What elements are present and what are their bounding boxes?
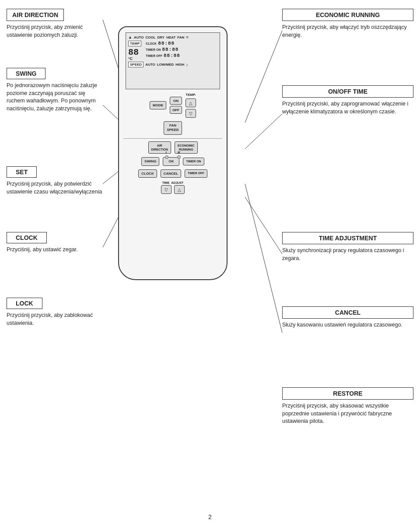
swing-section: SWING Po jednorazowym naciśnięciu żaluzj… <box>7 68 103 112</box>
restore-title: RESTORE <box>282 387 413 400</box>
air-direction-text: Przyciśnij przycisk, aby zmienić ustawie… <box>7 24 103 39</box>
triangle-icon: ▲ <box>128 35 132 39</box>
time-adjustment-section: TIME ADJUSTMENT Służy synchronizacji pra… <box>282 232 413 262</box>
svg-line-5 <box>245 114 282 149</box>
time-down-button[interactable]: ▽ <box>161 185 172 194</box>
air-direction-title: AIR DIRECTION <box>7 9 64 21</box>
onoff-time-section: ON/OFF TIME Przyciśnij przyciski, aby za… <box>282 85 413 116</box>
clock-screen-label: CLOCK <box>146 42 157 45</box>
cancel-button[interactable]: CANCEL <box>161 169 181 178</box>
cancel-title: CANCEL <box>282 306 413 319</box>
time-adjust-arrows: ▽ △ <box>161 185 185 194</box>
leds-area: L R <box>165 151 181 159</box>
speed-low-med: LOW/MED <box>157 63 174 67</box>
remote-control: ▲ AUTO COOL DRY HEAT FAN ≡ TEMP 88 °C <box>105 26 241 298</box>
time-adjustment-title: TIME ADJUSTMENT <box>282 232 413 244</box>
on-button[interactable]: ON <box>170 97 182 105</box>
button-row-1: MODE ON OFF TEMP. △ ▽ <box>123 93 222 118</box>
clock-section: CLOCK Przyciśnij, aby ustawić zegar. <box>7 232 103 254</box>
set-text: Przyciśnij przycisk, aby potwierdzić ust… <box>7 180 103 196</box>
svg-line-4 <box>245 31 282 123</box>
temp-down-button[interactable]: ▽ <box>186 109 196 118</box>
temp-buttons: TEMP. △ ▽ <box>186 93 196 118</box>
eco-icon: ≡ <box>186 35 188 39</box>
set-section: SET Przyciśnij przycisk, aby potwierdzić… <box>7 166 103 196</box>
timer-on-screen-label: TIMER ON <box>146 48 161 51</box>
led-l-label: L <box>166 151 168 155</box>
time-up-button[interactable]: △ <box>174 185 185 194</box>
time-label: TIME <box>162 181 170 184</box>
time-adjust-labels: TIME ADJUST <box>162 181 184 184</box>
fan-mode: FAN <box>177 35 184 39</box>
economic-running-title: ECONOMIC RUNNING <box>282 9 413 21</box>
off-button[interactable]: OFF <box>170 106 182 114</box>
fan-speed-button[interactable]: FAN SPEED <box>164 121 182 135</box>
speed-high: HIGH <box>175 63 184 67</box>
remote-screen: ▲ AUTO COOL DRY HEAT FAN ≡ TEMP 88 °C <box>126 32 220 89</box>
temp-btn-label: TEMP. <box>186 93 196 97</box>
restore-text: Przyciśnij przycisk, aby skasować wszyst… <box>282 402 413 425</box>
timer-off-display: 88:88 <box>164 53 180 58</box>
led-l-group: L <box>165 151 168 159</box>
timer-off-button[interactable]: TIMER OFF <box>185 169 207 177</box>
economic-running-section: ECONOMIC RUNNING Przyciśnij przycisk, ab… <box>282 9 413 39</box>
temp-up-button[interactable]: △ <box>186 98 196 107</box>
remote-body: ▲ AUTO COOL DRY HEAT FAN ≡ TEMP 88 °C <box>118 26 228 280</box>
button-row-fan: FAN SPEED <box>123 121 222 135</box>
led-l <box>165 155 168 159</box>
timer-off-screen-label: TIMER OFF <box>146 54 162 57</box>
air-direction-section: AIR DIRECTION Przyciśnij przycisk, aby z… <box>7 9 103 39</box>
auto-mode: AUTO <box>134 35 144 39</box>
clock-text: Przyciśnij, aby ustawić zegar. <box>7 246 103 254</box>
timer-on-button[interactable]: TIMER ON <box>183 158 204 165</box>
svg-line-7 <box>245 184 282 333</box>
swing-text: Po jednorazowym naciśnięciu żaluzje pozi… <box>7 82 103 112</box>
clock-row: CLOCK 88:88 <box>146 41 180 46</box>
mode-button[interactable]: MODE <box>150 101 166 110</box>
buttons-area: MODE ON OFF TEMP. △ ▽ FAN SPEED <box>123 93 222 194</box>
onoff-time-title: ON/OFF TIME <box>282 85 413 98</box>
lock-title: LOCK <box>7 298 42 309</box>
clock-button[interactable]: CLOCK <box>138 169 157 178</box>
temp-label-box: TEMP <box>128 41 141 46</box>
led-r <box>177 155 181 159</box>
lock-text: Przyciśnij przycisk, aby zablokować usta… <box>7 312 103 327</box>
divider-1 <box>123 138 222 139</box>
button-row-5: CLOCK CANCEL TIMER OFF <box>123 169 222 178</box>
led-r-label: R <box>178 151 180 155</box>
timer-on-display: 88:88 <box>162 47 178 52</box>
clock-title: CLOCK <box>7 232 47 243</box>
cool-mode: COOL <box>145 35 155 39</box>
time-adjust-area: TIME ADJUST ▽ △ <box>123 181 222 194</box>
restore-section: RESTORE Przyciśnij przycisk, aby skasowa… <box>282 387 413 425</box>
swing-button[interactable]: SWING <box>141 157 159 166</box>
cancel-text: Służy kasowaniu ustawień regulatora czas… <box>282 321 413 329</box>
timer-off-row: TIMER OFF 88:88 <box>146 53 180 58</box>
adjust-label: ADJUST <box>171 181 183 184</box>
cancel-section: CANCEL Służy kasowaniu ustawień regulato… <box>282 306 413 329</box>
onoff-time-text: Przyciśnij przyciski, aby zaprogramować … <box>282 100 413 116</box>
mode-icons-row: ▲ AUTO COOL DRY HEAT FAN ≡ <box>128 35 217 39</box>
time-adjustment-text: Służy synchronizacji pracy regulatora cz… <box>282 247 413 262</box>
svg-line-6 <box>245 197 282 254</box>
heat-mode: HEAT <box>166 35 175 39</box>
lock-section: LOCK Przyciśnij przycisk, aby zablokować… <box>7 298 103 327</box>
speed-auto: AUTO <box>145 63 155 67</box>
set-title: SET <box>7 166 37 178</box>
page-number: 2 <box>208 513 212 520</box>
timer-on-row: TIMER ON 88:88 <box>146 47 180 52</box>
speed-row: SPEED AUTO LOW/MED HIGH ♪ <box>128 62 217 67</box>
clock-display: 88:88 <box>158 41 175 46</box>
led-r-group: R <box>177 151 181 159</box>
speed-music-icon: ♪ <box>186 63 188 67</box>
speed-label-box: SPEED <box>128 62 144 67</box>
swing-title: SWING <box>7 68 46 79</box>
economic-running-text: Przyciśnij przycisk, aby włączyć tryb os… <box>282 24 413 39</box>
on-off-area: ON OFF <box>170 97 182 114</box>
dry-mode: DRY <box>158 35 165 39</box>
temp-display: 88 <box>128 47 141 57</box>
